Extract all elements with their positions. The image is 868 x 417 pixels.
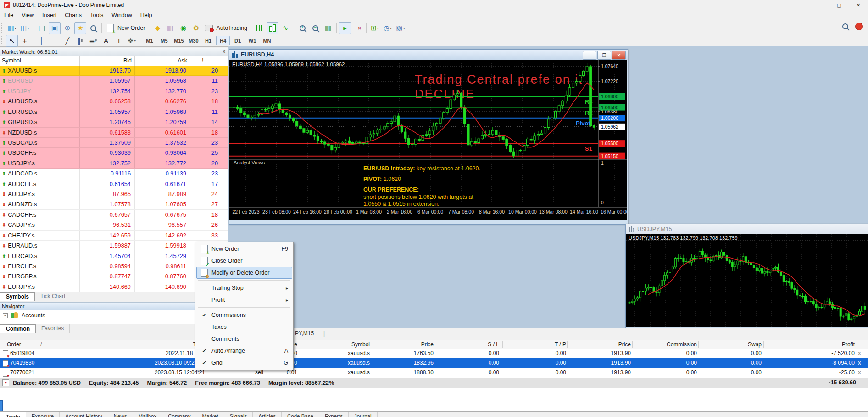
signals-icon[interactable]: ◉ [177, 22, 189, 34]
crosshair-icon[interactable]: + [19, 35, 31, 47]
terminal-tab-account-history[interactable]: Account History [60, 412, 108, 417]
market-watch-row-cadchf.s[interactable]: ⬇CADCHF.s0.676570.6767518 [0, 210, 228, 220]
menu-help[interactable]: Help [136, 10, 156, 21]
terminal-tab-exposure[interactable]: Exposure [26, 412, 60, 417]
bar-chart-icon[interactable] [254, 22, 266, 34]
close-order-icon[interactable]: x [858, 368, 861, 378]
scrollbar-thumb[interactable] [0, 400, 3, 411]
market-watch-row-euraud.s[interactable]: ⬇EURAUD.s1.598871.5991831 [0, 241, 228, 251]
menu-insert[interactable]: Insert [38, 10, 61, 21]
timeframe-d1[interactable]: D1 [231, 36, 245, 45]
eurusd-h4-chart[interactable]: Trading Central prefe on itDECLINEEURUSD… [229, 60, 627, 220]
channel-icon[interactable]: ∥E [74, 35, 86, 47]
chart-window-eurusd[interactable]: EURUSD,H4 — ❐ ✕ Trading Central prefe on… [229, 49, 628, 225]
periods-icon[interactable]: ◷▾ [382, 22, 394, 34]
col-order[interactable]: Order [7, 340, 21, 349]
trendline-icon[interactable]: ╱ [61, 35, 73, 47]
close-button[interactable]: ✕ [849, 0, 868, 10]
order-row-70419830[interactable]: ▾704198302023.03.10 09:28:15sell1.00xauu… [0, 358, 868, 368]
tree-collapse-icon[interactable]: − [3, 313, 8, 318]
menu-view[interactable]: View [17, 10, 38, 21]
terminal-tab-code-base[interactable]: Code Base [282, 412, 319, 417]
chart-window-titlebar[interactable]: USDJPY,M15 [626, 224, 868, 234]
market-watch-close-icon[interactable]: x [223, 48, 226, 54]
menu-item-taxes[interactable]: Taxes [196, 321, 292, 333]
market-watch-row-eurgbp.s[interactable]: ⬇EURGBP.s0.877470.87760 [0, 271, 228, 282]
menu-window[interactable]: Window [107, 10, 136, 21]
close-order-icon[interactable]: x [858, 358, 861, 368]
search-icon[interactable] [842, 23, 848, 31]
close-order-icon[interactable]: x [858, 349, 861, 358]
new-order-button-label[interactable]: New Order [117, 25, 145, 31]
market-watch-row-audchf.s[interactable]: ⬆AUDCHF.s0.616540.6167117 [0, 179, 228, 189]
market-watch-row-cadjpy.s[interactable]: ⬇CADJPY.s96.53196.55726 [0, 220, 228, 230]
market-watch-row-usdjpy[interactable]: ⬆USDJPY132.754132.77023 [0, 86, 228, 96]
market-watch-row-eurusd[interactable]: ⬆EURUSD1.059571.0596811 [0, 76, 228, 86]
new-chart-icon[interactable]: ▦▾ [6, 22, 18, 34]
chart-close-button[interactable]: ✕ [612, 51, 626, 60]
tile-windows-icon[interactable]: ▦ [322, 22, 334, 34]
notification-badge-icon[interactable] [855, 23, 863, 30]
tab-tick-chart[interactable]: Tick Chart [35, 292, 71, 301]
menu-item-close-order[interactable]: ✓Close Order [196, 255, 292, 267]
strategy-tester-icon[interactable] [87, 22, 99, 34]
terminal-tab-journal[interactable]: Journal [349, 412, 378, 417]
chart-window-titlebar[interactable]: EURUSD,H4 — ❐ ✕ [229, 50, 628, 60]
market-watch-row-audusd.s[interactable]: ⬇AUDUSD.s0.662580.6627618 [0, 96, 228, 107]
market-watch-row-audcad.s[interactable]: ⬆AUDCAD.s0.911160.9113923 [0, 169, 228, 179]
navigator-icon[interactable]: ⊕ [61, 22, 73, 34]
chart-tab-usdjpy[interactable]: PY,M15 [295, 330, 314, 337]
minimize-button[interactable]: — [810, 0, 829, 10]
chart-window-usdjpy[interactable]: USDJPY,M15 USDJPY,M15 132.783 132.799 13… [625, 224, 868, 329]
metaeditor-icon[interactable]: ◆ [151, 22, 163, 34]
timeframe-m15[interactable]: M15 [172, 36, 186, 45]
publisher-icon[interactable]: ▥ [164, 22, 176, 34]
menu-item-new-order[interactable]: +New OrderF9 [196, 243, 292, 255]
timeframe-m5[interactable]: M5 [157, 36, 171, 45]
market-watch-row-audjpy.s[interactable]: ⬇AUDJPY.s87.96587.98924 [0, 189, 228, 199]
menu-charts[interactable]: Charts [61, 10, 86, 21]
terminal-tab-mailbox[interactable]: Mailbox [133, 412, 163, 417]
chart-shift-icon[interactable]: ⇥ [352, 22, 364, 34]
col-swap[interactable]: Swap [670, 340, 762, 349]
text-icon[interactable]: A [100, 35, 112, 47]
cursor-icon[interactable]: ↖ [6, 35, 18, 47]
navigator-accounts-item[interactable]: − Accounts [0, 310, 228, 321]
new-order-button[interactable]: + [104, 22, 116, 34]
market-watch-row-chfjpy.s[interactable]: ⬇CHFJPY.s142.659142.69233 [0, 231, 228, 241]
vertical-line-icon[interactable]: │ [36, 35, 48, 47]
order-row-65019804[interactable]: ▾650198042022.11.18 10:30.50xauusd.s1763… [0, 349, 868, 358]
chart-restore-button[interactable]: ❐ [597, 51, 611, 60]
maximize-button[interactable]: ▢ [829, 0, 849, 10]
timeframe-mn[interactable]: MN [260, 36, 274, 45]
menu-tools[interactable]: Tools [86, 10, 107, 21]
options-icon[interactable]: ⚙ [190, 22, 202, 34]
templates-icon[interactable]: ▧▾ [395, 22, 406, 34]
order-row-70770021[interactable]: ▾707700212023.03.15 12:04:21sell0.01xauu… [0, 368, 868, 378]
terminal-tab-trade[interactable]: Trade [0, 412, 26, 417]
fibonacci-icon[interactable]: ≣F [87, 35, 99, 47]
chart-minimize-button[interactable]: — [583, 51, 596, 60]
market-watch-row-eurjpy.s[interactable]: ⬇EURJPY.s140.669140.690 [0, 282, 228, 292]
tab-favorites[interactable]: Favorites [36, 324, 70, 333]
data-window-icon[interactable]: ▣ [49, 22, 61, 34]
horizontal-line-icon[interactable]: ─ [49, 35, 61, 47]
col-profit[interactable]: Profit [763, 340, 855, 349]
tab-common[interactable]: Common [0, 324, 36, 333]
column-ask[interactable]: Ask [135, 56, 187, 66]
menu-file[interactable]: File [0, 10, 17, 21]
timeframe-m1[interactable]: M1 [143, 36, 156, 45]
tab-symbols[interactable]: Symbols [0, 292, 35, 301]
column-bid[interactable]: Bid [79, 56, 132, 66]
zoom-out-icon[interactable]: − [309, 22, 321, 34]
terminal-tab-articles[interactable]: Articles [253, 412, 282, 417]
market-watch-row-eurchf.s[interactable]: ⬇EURCHF.s0.985940.98611 [0, 261, 228, 271]
market-watch-row-usdjpy.s[interactable]: ⬆USDJPY.s132.752132.77220 [0, 158, 228, 169]
line-chart-icon[interactable]: ∿ [279, 22, 291, 34]
column-spread[interactable]: ! [189, 56, 217, 66]
menu-item-profit[interactable]: Profit▸ [196, 294, 292, 306]
menu-item-trailing-stop[interactable]: Trailing Stop▸ [196, 282, 292, 294]
zoom-in-icon[interactable]: + [296, 22, 308, 34]
terminal-tab-company[interactable]: Company [162, 412, 196, 417]
terminal-tab-news[interactable]: News [108, 412, 133, 417]
